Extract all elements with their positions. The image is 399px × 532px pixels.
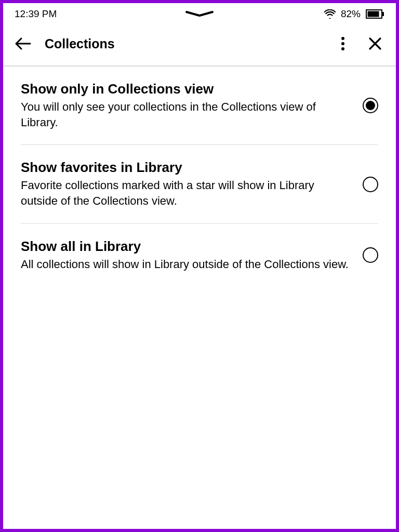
header-actions — [334, 34, 384, 53]
status-time: 12:39 PM — [15, 8, 57, 20]
option-text: Show only in Collections view You will o… — [21, 81, 363, 130]
option-text: Show favorites in Library Favorite colle… — [21, 159, 363, 208]
option-show-all[interactable]: Show all in Library All collections will… — [21, 224, 378, 287]
more-vertical-icon — [341, 36, 345, 51]
close-icon — [368, 37, 382, 50]
option-show-only-collections[interactable]: Show only in Collections view You will o… — [21, 66, 378, 145]
more-options-button[interactable] — [334, 34, 352, 53]
back-button[interactable] — [12, 33, 33, 54]
option-description: All collections will show in Library out… — [21, 257, 352, 272]
option-title: Show only in Collections view — [21, 81, 352, 97]
option-title: Show all in Library — [21, 238, 352, 255]
svg-rect-1 — [368, 11, 379, 17]
option-title: Show favorites in Library — [21, 159, 352, 176]
svg-point-3 — [341, 37, 344, 40]
svg-point-5 — [341, 47, 344, 50]
radio-button[interactable] — [363, 177, 378, 192]
close-button[interactable] — [366, 34, 384, 53]
battery-icon — [366, 9, 384, 19]
option-text: Show all in Library All collections will… — [21, 238, 363, 272]
pull-down-handle-icon[interactable] — [184, 10, 215, 18]
page-title: Collections — [45, 36, 334, 51]
header-bar: Collections — [3, 22, 396, 66]
wifi-icon — [324, 9, 336, 19]
svg-point-4 — [341, 42, 344, 45]
option-description: Favorite collections marked with a star … — [21, 178, 352, 208]
battery-percentage: 82% — [341, 8, 361, 20]
options-list: Show only in Collections view You will o… — [3, 66, 396, 286]
radio-button[interactable] — [363, 247, 378, 263]
status-right: 82% — [324, 8, 384, 20]
option-show-favorites[interactable]: Show favorites in Library Favorite colle… — [21, 145, 378, 223]
back-arrow-icon — [15, 37, 31, 50]
option-description: You will only see your collections in th… — [21, 99, 352, 130]
svg-rect-2 — [382, 12, 384, 16]
radio-button[interactable] — [363, 98, 378, 113]
